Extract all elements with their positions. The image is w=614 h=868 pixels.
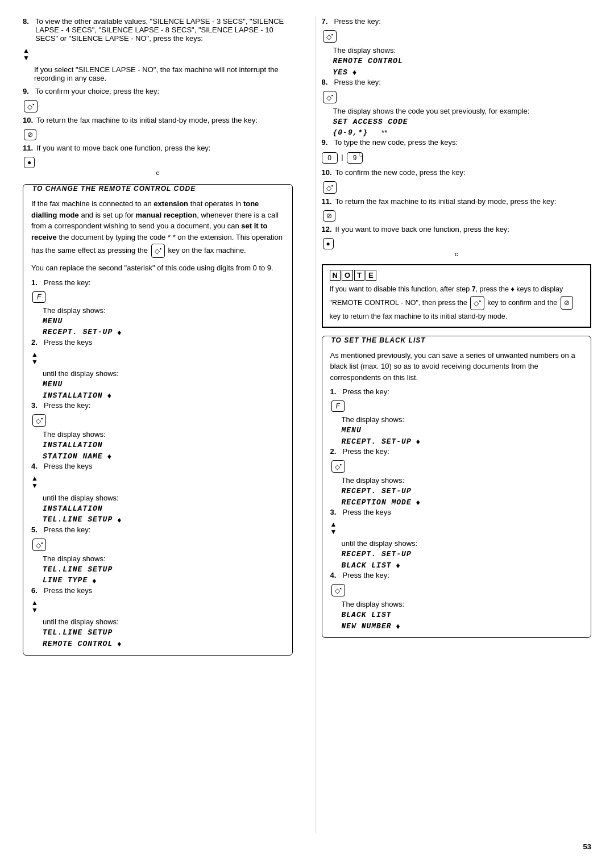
diamond-key-r7[interactable]: ◇▪ xyxy=(323,30,337,43)
black-list-section: To set the black list As mentioned previ… xyxy=(322,336,592,639)
diamond-key-r8[interactable]: ◇▪ xyxy=(323,91,337,103)
right-step-11-num: 11. xyxy=(322,197,332,206)
bl-display-2-recmode-text: RECEPTION MODE xyxy=(342,498,412,507)
diamond-key-row-r7: ◇▪ xyxy=(322,29,592,44)
updown-keys-row4: ▲ ▼ xyxy=(31,598,284,615)
f-key-bl1[interactable]: F xyxy=(331,400,345,412)
bl-display-1-recept-arrow: ♦ xyxy=(416,437,420,446)
remote-display-3-station-text: STATION NAME xyxy=(43,452,103,461)
step-11-intro: 11. If you want to move back one functio… xyxy=(23,144,293,152)
remote-control-code-section: To change the remote control code If the… xyxy=(23,184,293,656)
right-display-label-7: The display shows: xyxy=(333,46,592,55)
diamond-key-row-bl4: ◇▪ xyxy=(330,583,583,598)
right-step-9: 9. To type the new code, press the keys: xyxy=(322,138,592,147)
diamond-key-bl4[interactable]: ◇▪ xyxy=(331,584,345,596)
f-key-icon1[interactable]: F xyxy=(32,291,45,303)
bullet-key-r12[interactable]: ● xyxy=(323,238,334,249)
remote-step-1-text: Press the key: xyxy=(44,278,284,287)
remote-display-5-linetype-text: LINE TYPE xyxy=(43,576,88,585)
c-label-r12: c xyxy=(322,251,592,257)
step-11-number: 11. xyxy=(23,144,33,152)
right-step-12-num: 12. xyxy=(322,225,332,233)
bullet-key-icon1[interactable]: ● xyxy=(24,157,35,168)
zero-key[interactable]: 0 xyxy=(322,152,338,164)
diamond-key-r10[interactable]: ◇▪ xyxy=(323,181,337,194)
bl-display-3-blacklist: BLACK LIST ♦ xyxy=(342,561,583,570)
right-step-10: 10. To confirm the new code, press the k… xyxy=(322,168,592,177)
remote-display-1-recept-text: RECEPT. SET-UP xyxy=(43,328,113,336)
note-diamond-key: ◇▪ xyxy=(470,296,484,310)
bl-display-3-recept: RECEPT. SET-UP xyxy=(342,550,583,558)
stop-key-icon1[interactable]: ⊘ xyxy=(24,129,36,140)
down-arrow-bl3: ▼ xyxy=(330,528,337,536)
remote-display-5-telline: TEL.LINE SETUP xyxy=(43,565,284,574)
remote-display-label-1: The display shows: xyxy=(43,306,284,315)
bl-until-3: until the display shows: xyxy=(342,539,583,548)
diamond-key-bl2[interactable]: ◇▪ xyxy=(331,460,345,473)
bullet-key-row-r12: ● c xyxy=(322,237,592,257)
remote-step-6: 6. Press the keys xyxy=(31,586,284,595)
remote-step-2-num: 2. xyxy=(31,338,40,347)
remote-step-4-text: Press the keys xyxy=(44,462,284,470)
bl-step-4: 4. Press the key: xyxy=(330,571,583,579)
remote-display-3-station-arrow: ♦ xyxy=(107,452,111,461)
remote-display-5-linetype: LINE TYPE ♦ xyxy=(43,576,284,585)
diamond-key-row-bl2: ◇▪ xyxy=(330,459,583,474)
bl-step-3: 3. Press the keys xyxy=(330,508,583,516)
bl-step-1: 1. Press the key: xyxy=(330,387,583,396)
right-step-12-text: If you want to move back one function, p… xyxy=(335,225,591,233)
bl-display-3-blacklist-arrow: ♦ xyxy=(396,561,400,570)
remote-until-2: until the display shows: xyxy=(43,369,284,378)
page-number: 53 xyxy=(23,842,591,851)
stop-key-row-r11: ⊘ xyxy=(322,209,592,223)
remote-display-5-linetype-arrow: ♦ xyxy=(92,576,96,585)
remote-step-1-num: 1. xyxy=(31,278,40,287)
pipe-sep: | xyxy=(341,153,343,161)
remote-step-5: 5. Press the key: xyxy=(31,525,284,534)
right-display-label-8: The display shows the code you set previ… xyxy=(333,107,592,115)
remote-step-3-text: Press the key: xyxy=(44,401,284,410)
bl-step-4-num: 4. xyxy=(330,571,339,579)
right-step-10-text: To confirm the new code, press the key: xyxy=(335,168,591,177)
remote-display-1-menu: MENU xyxy=(43,317,284,326)
diamond-inline-key: ◇▪ xyxy=(151,244,165,258)
page: 8. To view the other available values, "… xyxy=(0,0,614,868)
right-step-8-text: Press the key: xyxy=(334,78,592,86)
remote-display-2-install-arrow: ♦ xyxy=(107,391,111,400)
bl-step-3-text: Press the keys xyxy=(343,508,583,516)
section-body-remote: If the fax machine is connected to an ex… xyxy=(31,198,284,274)
diamond-key-row-r8: ◇▪ xyxy=(322,90,592,105)
note-box: N O T E If you want to disable this func… xyxy=(322,264,592,328)
remote-display-4-install: INSTALLATION xyxy=(43,504,284,513)
diamond-key-row2: ◇▪ xyxy=(31,413,284,428)
diamond-key-icon3[interactable]: ◇▪ xyxy=(32,539,46,551)
bl-step-2-num: 2. xyxy=(330,447,339,456)
step-10-number: 10. xyxy=(23,116,33,124)
c-label1: c xyxy=(23,169,293,176)
stop-key-r11[interactable]: ⊘ xyxy=(323,210,335,222)
remote-step-3-num: 3. xyxy=(31,401,40,410)
bl-display-1-recept-text: RECEPT. SET-UP xyxy=(342,437,412,446)
remote-display-label-5: The display shows: xyxy=(43,554,284,563)
right-step-11: 11. To return the fax machine to its ini… xyxy=(322,197,592,206)
diamond-key-icon2[interactable]: ◇▪ xyxy=(32,414,46,427)
bl-display-3-blacklist-text: BLACK LIST xyxy=(342,561,392,570)
note-stop-key: ⊘ xyxy=(561,296,573,310)
diamond-key-icon1[interactable]: ◇▪ xyxy=(24,100,38,112)
remote-display-2-install: INSTALLATION ♦ xyxy=(43,391,284,400)
bl-display-4-blacklist: BLACK LIST xyxy=(342,611,583,619)
remote-step-4: 4. Press the keys xyxy=(31,462,284,470)
remote-display-2-install-text: INSTALLATION xyxy=(43,391,103,400)
remote-display-1-recept-arrow: ♦ xyxy=(117,328,121,337)
left-column: 8. To view the other available values, "… xyxy=(23,17,298,833)
bl-display-label-1: The display shows: xyxy=(342,415,583,424)
right-display-8-setacc: SET ACCESS CODE xyxy=(333,118,592,126)
right-step-7-num: 7. xyxy=(322,17,331,26)
remote-display-6-remctrl: REMOTE CONTROL ♦ xyxy=(43,639,284,648)
nine-key[interactable]: 9⬡ xyxy=(347,152,363,164)
remote-display-3-station: STATION NAME ♦ xyxy=(43,452,284,461)
right-step-9-num: 9. xyxy=(322,138,331,147)
note-text-2: key to confirm and the xyxy=(487,299,559,307)
remote-until-4: until the display shows: xyxy=(43,494,284,502)
down-arrow2: ▼ xyxy=(31,358,38,366)
